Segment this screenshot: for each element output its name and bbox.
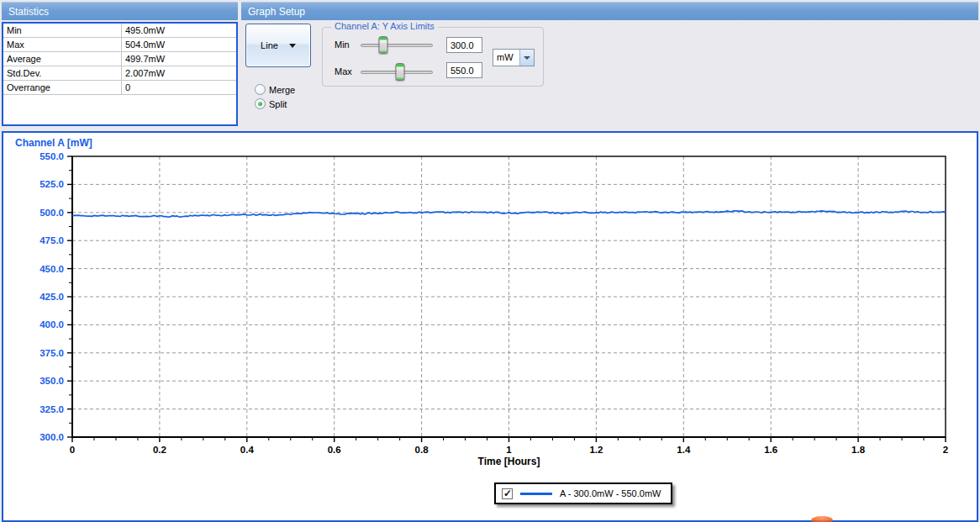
svg-text:425.0: 425.0	[40, 292, 64, 302]
svg-text:1.6: 1.6	[764, 445, 777, 455]
legend-label: A - 300.0mW - 550.0mW	[560, 488, 661, 498]
groupbox-title: Channel A: Y Axis Limits	[331, 21, 438, 31]
svg-text:1: 1	[506, 445, 512, 455]
stat-label: Average	[3, 52, 122, 66]
min-value-field[interactable]	[446, 37, 482, 53]
svg-text:500.0: 500.0	[40, 208, 64, 218]
max-label: Max	[335, 66, 352, 76]
stat-label: Overrange	[3, 81, 122, 94]
unit-dropdown[interactable]: mW	[493, 49, 535, 66]
x-axis-label: Time [Hours]	[478, 456, 540, 467]
graph-setup-header: Graph Setup	[241, 2, 978, 20]
svg-text:550.0: 550.0	[40, 151, 64, 161]
stat-value: 504.0mW	[122, 38, 236, 51]
stat-value: 499.7mW	[122, 52, 236, 66]
svg-text:300.0: 300.0	[40, 432, 64, 442]
svg-text:350.0: 350.0	[40, 376, 64, 386]
y-axis-limits-groupbox: Channel A: Y Axis Limits Min Max mW	[322, 27, 544, 87]
line-style-dropdown[interactable]: Line	[245, 24, 311, 67]
logo-fragment	[811, 516, 833, 522]
dropdown-arrow-icon	[289, 44, 296, 48]
table-row: Average499.7mW	[3, 52, 236, 66]
unit-value: mW	[493, 50, 519, 66]
split-radio[interactable]: Split	[255, 98, 287, 109]
svg-text:1.8: 1.8	[851, 445, 866, 455]
svg-text:0.6: 0.6	[328, 445, 341, 455]
max-value-field[interactable]	[446, 62, 482, 78]
min-slider[interactable]	[361, 44, 433, 47]
legend-box: A - 300.0mW - 550.0mW	[494, 482, 672, 504]
table-row: Min495.0mW	[3, 24, 236, 38]
merge-radio-circle[interactable]	[255, 84, 266, 95]
merge-radio-label: Merge	[269, 85, 295, 95]
chart-panel: Channel A [mW] 550.0525.0500.0475.0450.0…	[2, 131, 978, 522]
svg-text:475.0: 475.0	[40, 235, 64, 245]
svg-text:0: 0	[70, 445, 75, 455]
line-style-label: Line	[261, 40, 278, 50]
min-label: Min	[335, 40, 350, 50]
svg-text:400.0: 400.0	[40, 319, 64, 330]
chart[interactable]: 550.0525.0500.0475.0450.0425.0400.0375.0…	[3, 133, 977, 520]
max-slider-thumb[interactable]	[396, 63, 405, 81]
max-slider[interactable]	[361, 71, 433, 74]
svg-text:2: 2	[943, 445, 948, 455]
table-row: Overrange0	[3, 81, 236, 95]
table-row: Max504.0mW	[3, 38, 236, 52]
svg-text:0.8: 0.8	[415, 445, 429, 455]
svg-text:525.0: 525.0	[40, 179, 64, 189]
chevron-down-icon	[524, 56, 530, 60]
unit-dropdown-button[interactable]	[519, 50, 534, 66]
svg-text:0.4: 0.4	[240, 445, 255, 455]
stat-label: Min	[3, 24, 122, 37]
stat-label: Max	[3, 38, 122, 51]
stat-value: 2.007mW	[122, 66, 236, 80]
svg-text:325.0: 325.0	[40, 404, 64, 414]
split-radio-label: Split	[269, 99, 287, 109]
stat-value: 0	[122, 81, 236, 94]
split-radio-circle[interactable]	[255, 98, 266, 109]
legend-checkbox[interactable]	[502, 488, 513, 499]
stat-value: 495.0mW	[122, 24, 236, 37]
legend-line-sample	[520, 493, 552, 495]
svg-text:375.0: 375.0	[40, 348, 64, 358]
statistics-header: Statistics	[2, 2, 238, 20]
svg-text:450.0: 450.0	[40, 264, 64, 274]
merge-radio[interactable]: Merge	[255, 84, 295, 95]
stat-label: Std.Dev.	[3, 66, 122, 80]
svg-text:1.2: 1.2	[589, 445, 603, 455]
svg-text:1.4: 1.4	[677, 445, 691, 455]
table-row: Std.Dev.2.007mW	[3, 66, 236, 81]
svg-text:0.2: 0.2	[153, 445, 166, 455]
statistics-table: Min495.0mWMax504.0mWAverage499.7mWStd.De…	[2, 22, 238, 126]
min-slider-thumb[interactable]	[379, 36, 388, 54]
